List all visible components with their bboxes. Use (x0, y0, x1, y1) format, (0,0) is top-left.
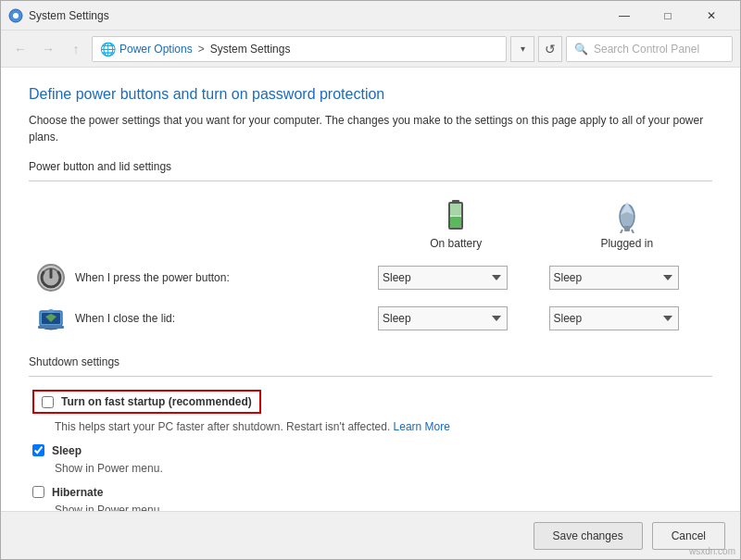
power-button-on-battery-select[interactable]: Sleep Do nothing Hibernate Shut down (378, 266, 508, 290)
plugged-in-icon (613, 200, 641, 233)
titlebar-buttons: — □ ✕ (603, 1, 733, 31)
power-button-icon (36, 263, 66, 292)
sleep-label: Sleep (52, 444, 82, 457)
save-changes-button[interactable]: Save changes (534, 522, 643, 550)
path-icon: 🌐 (100, 42, 116, 56)
shutdown-section-label: Shutdown settings (29, 355, 712, 368)
lid-icon (36, 304, 66, 333)
close-button[interactable]: ✕ (690, 1, 733, 31)
battery-icon (446, 198, 466, 233)
fast-startup-description: This helps start your PC faster after sh… (55, 419, 712, 435)
hibernate-checkbox[interactable] (32, 486, 44, 498)
lid-plugged-in-select[interactable]: Sleep Do nothing Hibernate Shut down (549, 306, 679, 330)
hibernate-row: Hibernate (32, 486, 712, 499)
power-button-row: When I press the power button: Sleep Do … (29, 257, 712, 298)
svg-rect-5 (450, 204, 461, 216)
power-settings-table: On battery (29, 194, 712, 339)
shutdown-section: Shutdown settings Turn on fast startup (… (29, 355, 712, 511)
svg-line-10 (632, 230, 634, 233)
svg-point-1 (13, 13, 19, 19)
plugged-in-label: Plugged in (600, 237, 653, 250)
forward-button[interactable]: → (36, 37, 60, 61)
learn-more-link[interactable]: Learn More (394, 420, 450, 433)
svg-line-9 (621, 230, 622, 233)
lid-setting: When I close the lid: (36, 304, 363, 333)
hibernate-label: Hibernate (52, 486, 103, 499)
power-button-plugged-in-select[interactable]: Sleep Do nothing Hibernate Shut down (549, 266, 679, 290)
svg-rect-8 (624, 226, 630, 231)
search-box[interactable]: 🔍 Search Control Panel (566, 36, 733, 62)
address-path: 🌐 Power Options > System Settings (92, 36, 507, 62)
plugged-in-header: Plugged in (549, 200, 706, 250)
search-icon: 🔍 (574, 43, 588, 56)
cancel-button[interactable]: Cancel (652, 522, 725, 550)
page-title: Define power buttons and turn on passwor… (29, 86, 712, 103)
watermark: wsxdn.com (689, 546, 735, 556)
titlebar: System Settings — □ ✕ (1, 1, 740, 31)
on-battery-header: On battery (378, 198, 534, 250)
lid-icon-container (36, 304, 66, 333)
section-divider (29, 180, 712, 181)
shutdown-divider (29, 376, 712, 377)
breadcrumb-power-options[interactable]: Power Options (119, 43, 193, 56)
on-battery-label: On battery (430, 237, 482, 250)
sleep-row: Sleep (32, 444, 712, 457)
lid-label: When I close the lid: (75, 312, 175, 325)
power-button-section-label: Power button and lid settings (29, 160, 712, 173)
power-button-icon-container (36, 263, 66, 292)
lid-on-battery-select[interactable]: Sleep Do nothing Hibernate Shut down (378, 306, 508, 330)
footer: Save changes Cancel (1, 511, 740, 559)
search-placeholder: Search Control Panel (594, 43, 699, 56)
fast-startup-label: Turn on fast startup (recommended) (61, 395, 252, 408)
power-button-setting: When I press the power button: (36, 263, 363, 292)
hibernate-description: Show in Power menu. (55, 503, 712, 511)
titlebar-title: System Settings (29, 9, 603, 22)
lid-row: When I close the lid: Sleep Do nothing H… (29, 298, 712, 339)
power-button-label: When I press the power button: (75, 271, 230, 284)
page-description: Choose the power settings that you want … (29, 112, 712, 145)
fast-startup-row: Turn on fast startup (recommended) (32, 390, 261, 414)
addressbar: ← → ↑ 🌐 Power Options > System Settings … (1, 31, 740, 68)
back-button[interactable]: ← (8, 37, 32, 61)
svg-point-16 (48, 309, 54, 313)
fast-startup-checkbox[interactable] (42, 396, 54, 408)
breadcrumb-separator: > (198, 43, 205, 56)
maximize-button[interactable]: □ (647, 1, 689, 31)
main-content: Define power buttons and turn on passwor… (1, 68, 740, 511)
system-settings-window: System Settings — □ ✕ ← → ↑ 🌐 Power Opti… (0, 0, 741, 560)
svg-rect-17 (38, 326, 64, 329)
svg-rect-3 (452, 200, 459, 204)
refresh-button[interactable]: ↺ (538, 36, 562, 62)
titlebar-app-icon (8, 8, 23, 23)
sleep-checkbox[interactable] (32, 444, 44, 456)
svg-rect-4 (450, 217, 461, 228)
sleep-description: Show in Power menu. (55, 461, 712, 477)
up-button[interactable]: ↑ (64, 37, 88, 61)
address-chevron[interactable]: ▾ (510, 36, 534, 62)
minimize-button[interactable]: — (603, 1, 646, 31)
svg-rect-13 (50, 268, 53, 279)
breadcrumb-current: System Settings (210, 43, 291, 56)
